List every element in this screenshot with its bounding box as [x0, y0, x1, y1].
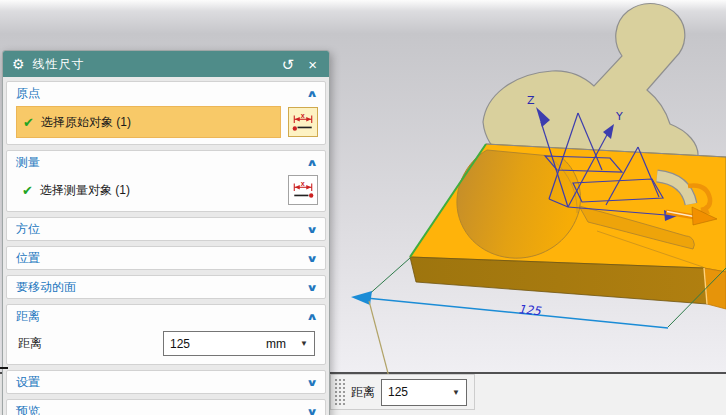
measure-dimension-icon: x [291, 180, 315, 200]
origin-dimension-icon: x [291, 112, 315, 132]
settings-section-label: 设置 [16, 374, 308, 391]
select-origin-object-label: 选择原始对象 (1) [41, 114, 131, 131]
reset-icon: ↺ [282, 56, 295, 73]
dialog-title: 线性尺寸 [33, 56, 271, 73]
group-measure: 测量 ∧ ✔ 选择测量对象 (1) x [6, 150, 326, 212]
check-icon: ✔ [23, 115, 34, 130]
group-distance: 距离 ∧ 距离 125 mm ▼ [6, 304, 326, 365]
y-axis-label: Y [615, 110, 623, 123]
group-header-measure[interactable]: 测量 ∧ [7, 151, 325, 173]
gear-icon: ⚙ [12, 57, 25, 71]
group-header-orientation[interactable]: 方位 ∨ [7, 218, 325, 240]
measure-section-label: 测量 [16, 154, 308, 171]
floating-distance-label: 距离 [351, 384, 375, 401]
group-faces-to-move: 要移动的面 ∨ [6, 275, 326, 299]
group-preview: 预览 ∨ [6, 399, 326, 415]
svg-text:x: x [301, 180, 305, 188]
select-origin-object-field[interactable]: ✔ 选择原始对象 (1) [16, 106, 281, 138]
group-origin: 原点 ∧ ✔ 选择原始对象 (1) x [6, 81, 326, 145]
chevron-up-icon[interactable]: ∧ [306, 88, 318, 99]
chevron-down-icon[interactable]: ∨ [306, 406, 318, 415]
z-axis-label: Z [527, 94, 535, 107]
select-measure-object-label: 选择测量对象 (1) [40, 182, 130, 199]
dialog-header[interactable]: ⚙ 线性尺寸 ↺ × [3, 51, 329, 77]
chevron-down-icon[interactable]: ∨ [306, 224, 318, 235]
group-position: 位置 ∨ [6, 246, 326, 270]
caret-down-icon[interactable]: ▼ [452, 388, 460, 397]
group-header-position[interactable]: 位置 ∨ [7, 247, 325, 269]
floating-distance-bar: 距离 125 ▼ [330, 374, 475, 410]
linear-dimension-dialog: ⚙ 线性尺寸 ↺ × 原点 ∧ ✔ 选择原始对象 (1) [2, 50, 330, 415]
distance-input[interactable]: 125 mm ▼ [163, 331, 315, 356]
caret-down-icon[interactable]: ▼ [300, 339, 308, 348]
dialog-body: 原点 ∧ ✔ 选择原始对象 (1) x [3, 77, 329, 415]
floating-distance-value: 125 [388, 385, 452, 399]
check-icon: ✔ [22, 183, 33, 198]
close-icon: × [308, 56, 317, 73]
group-header-faces-to-move[interactable]: 要移动的面 ∨ [7, 276, 325, 298]
distance-value: 125 [170, 337, 266, 351]
group-settings: 设置 ∨ [6, 370, 326, 394]
measure-dimension-icon-button[interactable]: x [288, 175, 318, 205]
viewport-left-tick [0, 367, 8, 369]
chevron-down-icon[interactable]: ∨ [306, 253, 318, 264]
select-measure-object-field[interactable]: ✔ 选择测量对象 (1) [16, 175, 281, 205]
group-header-origin[interactable]: 原点 ∧ [7, 82, 325, 104]
dimension-value-label: 125 [517, 302, 543, 318]
preview-section-label: 预览 [16, 403, 308, 415]
chevron-down-icon[interactable]: ∨ [306, 282, 318, 293]
origin-section-label: 原点 [16, 85, 308, 102]
drag-grip-icon[interactable] [334, 378, 345, 406]
group-header-distance[interactable]: 距离 ∧ [7, 305, 325, 327]
distance-unit: mm [266, 337, 286, 351]
group-orientation: 方位 ∨ [6, 217, 326, 241]
floating-distance-input[interactable]: 125 ▼ [381, 379, 467, 406]
reset-button[interactable]: ↺ [279, 57, 298, 72]
chevron-down-icon[interactable]: ∨ [306, 377, 318, 388]
distance-field-label: 距离 [18, 335, 42, 352]
close-button[interactable]: × [305, 57, 320, 72]
origin-dimension-icon-button[interactable]: x [288, 107, 318, 137]
group-header-preview[interactable]: 预览 ∨ [7, 400, 325, 415]
chevron-up-icon[interactable]: ∧ [306, 157, 318, 168]
orientation-section-label: 方位 [16, 221, 308, 238]
svg-text:x: x [301, 112, 305, 120]
position-section-label: 位置 [16, 250, 308, 267]
distance-section-label: 距离 [16, 308, 308, 325]
chevron-up-icon[interactable]: ∧ [306, 311, 318, 322]
faces-to-move-section-label: 要移动的面 [16, 279, 308, 296]
group-header-settings[interactable]: 设置 ∨ [7, 371, 325, 393]
